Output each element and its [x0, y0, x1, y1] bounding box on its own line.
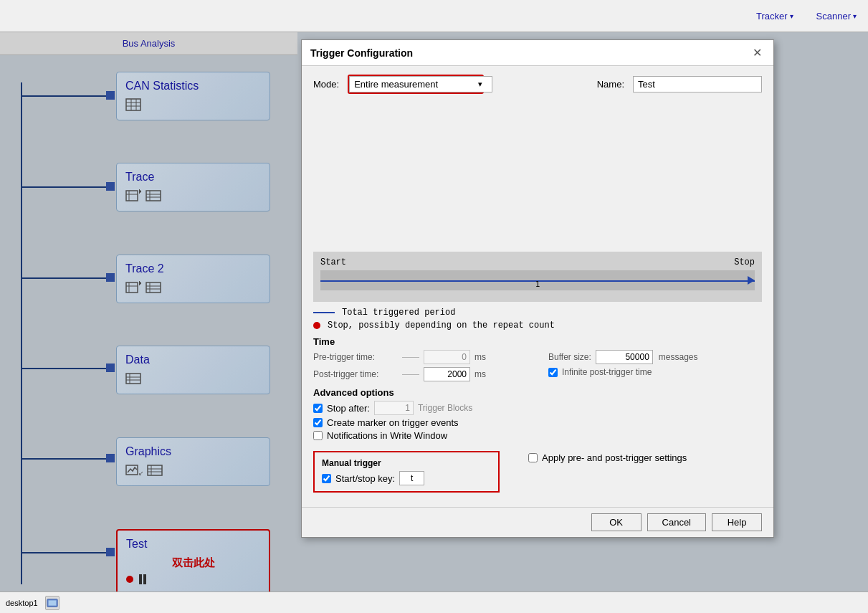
- pre-ms-label: ms: [474, 352, 486, 362]
- top-toolbar: Tracker Scanner: [0, 0, 868, 32]
- dialog-close-button[interactable]: ✕: [750, 46, 765, 60]
- stop-after-input: [374, 401, 414, 415]
- pre-trigger-label: Pre-trigger time:: [313, 352, 399, 362]
- startstop-label: Start/stop key:: [335, 473, 395, 484]
- infinite-label: Infinite post-trigger time: [562, 367, 652, 377]
- time-section-title: Time: [313, 336, 762, 347]
- help-button[interactable]: Help: [712, 513, 762, 531]
- dialog-buttons: OK Cancel Help: [302, 507, 773, 537]
- empty-spacer: [313, 103, 762, 246]
- main-area: Bus Analysis CAN Statistics Trace: [0, 32, 868, 591]
- legend-line-text: Total triggered period: [342, 308, 455, 318]
- buffer-col: Buffer size: messages Infinite post-trig…: [548, 350, 762, 381]
- legend-row-1: Total triggered period: [313, 308, 762, 318]
- timeline-labels: Start Stop: [320, 257, 755, 267]
- notifications-label: Notifications in Write Window: [327, 430, 447, 441]
- pre-dashes: ——: [402, 352, 419, 362]
- post-trigger-input[interactable]: [424, 367, 470, 381]
- timeline-area: Start Stop 1: [313, 252, 762, 302]
- apply-settings-checkbox[interactable]: [528, 453, 538, 462]
- dialog-titlebar: Trigger Configuration ✕: [302, 40, 773, 66]
- apply-settings-row: Apply pre- and post-trigger settings: [528, 452, 687, 463]
- timeline-number: 1: [535, 280, 540, 289]
- key-input[interactable]: [399, 471, 424, 485]
- legend: Total triggered period Stop, possibly de…: [313, 308, 762, 331]
- trigger-config-dialog: Trigger Configuration ✕ Mode: Entire mea…: [301, 39, 774, 538]
- manual-trigger-row: Start/stop key:: [322, 471, 491, 485]
- legend-dot-icon: [313, 322, 320, 329]
- pre-trigger-row: Pre-trigger time: —— ms: [313, 350, 527, 364]
- trigger-blocks-label: Trigger Blocks: [418, 403, 472, 413]
- time-col: Pre-trigger time: —— ms Post-trigger tim…: [313, 350, 527, 381]
- infinite-checkbox[interactable]: [548, 368, 558, 377]
- pre-trigger-input: [424, 350, 470, 364]
- post-dashes: ——: [402, 369, 419, 379]
- create-marker-checkbox[interactable]: [313, 418, 323, 427]
- cancel-button[interactable]: Cancel: [647, 513, 706, 531]
- create-marker-label: Create marker on trigger events: [327, 417, 459, 428]
- stop-after-checkbox[interactable]: [313, 404, 323, 413]
- taskbar-icon: [46, 597, 59, 609]
- status-icon[interactable]: [45, 596, 59, 610]
- messages-label: messages: [659, 352, 698, 362]
- mode-label: Mode:: [313, 79, 339, 90]
- name-input[interactable]: [633, 76, 762, 92]
- time-buffer-grid: Pre-trigger time: —— ms Post-trigger tim…: [313, 350, 762, 381]
- legend-dot-text: Stop, possibly depending on the repeat c…: [328, 320, 555, 331]
- scanner-menu[interactable]: Scanner: [812, 9, 861, 23]
- stop-after-row: Stop after: Trigger Blocks: [313, 401, 762, 415]
- legend-line-icon: [313, 312, 335, 313]
- start-label: Start: [320, 257, 346, 267]
- name-label: Name:: [597, 79, 624, 90]
- notifications-row: Notifications in Write Window: [313, 430, 762, 441]
- legend-row-2: Stop, possibly depending on the repeat c…: [313, 320, 762, 331]
- dialog-overlay: Trigger Configuration ✕ Mode: Entire mea…: [0, 32, 868, 591]
- startstop-checkbox[interactable]: [322, 474, 331, 483]
- ok-button[interactable]: OK: [591, 513, 642, 531]
- timeline-bar: 1: [320, 270, 755, 290]
- advanced-title: Advanced options: [313, 387, 762, 398]
- dialog-body: Mode: Entire measurementWindowPost trigg…: [302, 66, 773, 507]
- post-trigger-row: Post-trigger time: —— ms: [313, 367, 527, 381]
- buffer-size-input[interactable]: [596, 350, 653, 364]
- desktop-label: desktop1: [6, 599, 38, 607]
- stop-after-label: Stop after:: [327, 403, 370, 414]
- create-marker-row: Create marker on trigger events: [313, 417, 762, 428]
- timeline-arrow-icon: [748, 276, 755, 285]
- mode-select-wrapper: Entire measurementWindowPost triggerPre …: [348, 75, 484, 94]
- mode-select[interactable]: Entire measurementWindowPost triggerPre …: [349, 76, 492, 92]
- status-bar: desktop1: [0, 591, 868, 613]
- dialog-title: Trigger Configuration: [310, 47, 413, 59]
- manual-trigger-section: Manual trigger Start/stop key: Apply pre…: [313, 445, 762, 498]
- tracker-menu[interactable]: Tracker: [752, 9, 798, 23]
- apply-settings-label: Apply pre- and post-trigger settings: [542, 452, 687, 463]
- infinite-checkbox-row: Infinite post-trigger time: [548, 367, 762, 377]
- buffer-size-label: Buffer size:: [548, 352, 591, 362]
- stop-label: Stop: [734, 257, 755, 267]
- mode-row: Mode: Entire measurementWindowPost trigg…: [313, 75, 762, 94]
- manual-trigger-title: Manual trigger: [322, 458, 491, 468]
- notifications-checkbox[interactable]: [313, 431, 323, 440]
- manual-trigger-box: Manual trigger Start/stop key:: [313, 451, 500, 493]
- svg-rect-30: [48, 600, 56, 605]
- post-trigger-label: Post-trigger time:: [313, 369, 399, 379]
- buffer-section: Buffer size: messages: [548, 350, 762, 364]
- post-ms-label: ms: [474, 369, 486, 379]
